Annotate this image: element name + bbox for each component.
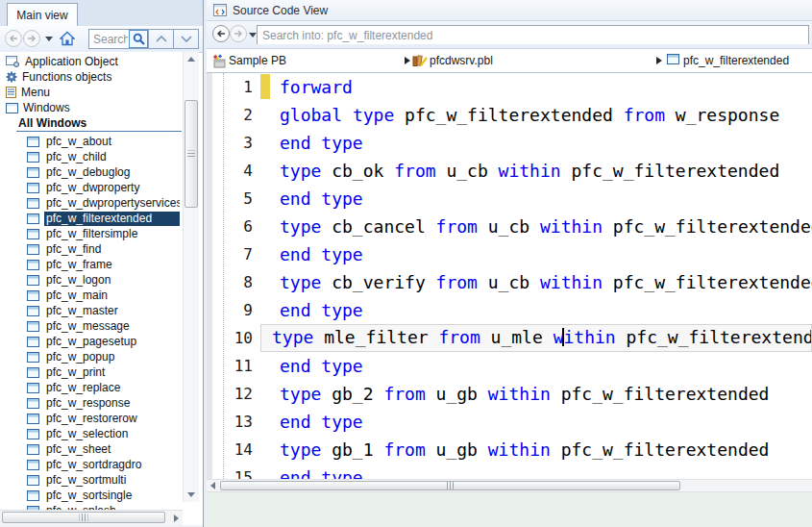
tree-hscroll-thumb[interactable] <box>2 512 165 523</box>
tree-item-label: pfc_w_popup <box>44 350 180 364</box>
code-line[interactable]: 4type cb_ok from u_cb within pfc_w_filte… <box>207 157 812 185</box>
window-icon <box>27 183 39 193</box>
marker-column <box>253 129 272 157</box>
tree-item-label: pfc_w_filterextended <box>44 212 180 226</box>
line-number: 3 <box>207 129 253 157</box>
code-line[interactable]: 2global type pfc_w_filterextended from w… <box>207 101 812 129</box>
scroll-right-button[interactable] <box>169 511 183 525</box>
history-dropdown-icon[interactable] <box>249 33 257 38</box>
marker-column <box>253 213 272 240</box>
code-line[interactable]: 3end type <box>207 129 812 157</box>
tree-item[interactable]: pfc_w_sortsingle <box>0 488 183 503</box>
code-line[interactable]: 5end type <box>207 185 812 213</box>
tree-item[interactable]: pfc_w_dwpropertyservices <box>0 195 183 211</box>
code-line[interactable]: 6type cb_cancel from u_cb within pfc_w_f… <box>207 213 812 240</box>
code-line[interactable]: 13end type <box>207 408 812 436</box>
tree-item[interactable]: pfc_w_child <box>0 149 183 164</box>
code-text: global type pfc_w_filterextended from w_… <box>280 101 812 129</box>
code-line[interactable]: 9end type <box>207 296 812 324</box>
history-dropdown-icon[interactable] <box>45 37 53 41</box>
tree-vertical-scrollbar[interactable] <box>183 52 199 502</box>
code-text: type gb_2 from u_gb within pfc_w_filtere… <box>280 380 812 408</box>
window-icon <box>27 321 39 332</box>
code-line[interactable]: 15end type <box>207 464 812 479</box>
window-icon <box>27 137 39 147</box>
tree-item[interactable]: pfc_w_logon <box>0 272 183 288</box>
code-editor[interactable]: 1forward2global type pfc_w_filterextende… <box>207 73 812 479</box>
tree-item[interactable]: pfc_w_message <box>0 318 183 334</box>
line-number: 13 <box>207 408 253 436</box>
tree-item[interactable]: pfc_w_master <box>0 303 183 318</box>
tree-item-label: Application Object <box>25 55 118 68</box>
scroll-down-button[interactable] <box>184 488 199 502</box>
find-previous-button[interactable] <box>148 30 173 48</box>
breadcrumb-item[interactable]: Sample PB <box>229 54 286 67</box>
tree-vscroll-thumb[interactable] <box>185 100 198 208</box>
gutter-separator <box>223 73 224 479</box>
code-line[interactable]: 11end type <box>207 352 812 380</box>
tree-item[interactable]: pfc_w_dwproperty <box>0 180 183 195</box>
code-line[interactable]: 10type mle_filter from u_mle within pfc_… <box>207 324 812 352</box>
menu-icon <box>6 87 16 98</box>
tree-item[interactable]: Menu <box>0 85 183 100</box>
line-number: 5 <box>207 185 253 213</box>
tree-item[interactable]: pfc_w_splash <box>0 503 183 510</box>
breadcrumb-arrow-icon[interactable] <box>656 57 662 64</box>
editor-hscroll-thumb[interactable] <box>220 481 680 490</box>
search-into-input[interactable] <box>258 27 808 44</box>
tree-item[interactable]: pfc_w_frame <box>0 257 183 272</box>
code-line[interactable]: 8type cb_verify from u_cb within pfc_w_f… <box>207 268 812 296</box>
tree-item[interactable]: pfc_w_pagesetup <box>0 334 183 349</box>
breadcrumb: Sample PBpfcdwsrv.pblpfc_w_filterextende… <box>207 49 812 73</box>
tree-item[interactable]: pfc_w_response <box>0 395 183 411</box>
tree-section-header[interactable]: All Windows <box>16 115 182 132</box>
tree-item[interactable]: Windows <box>0 100 183 115</box>
window-icon <box>27 429 39 439</box>
object-tree[interactable]: Application ObjectFunctions objectsMenuW… <box>0 52 183 510</box>
code-line[interactable]: 14type gb_1 from u_gb within pfc_w_filte… <box>207 436 812 464</box>
marker-column <box>253 296 272 324</box>
forward-button[interactable] <box>230 25 247 42</box>
back-button[interactable] <box>5 30 22 47</box>
breadcrumb-arrow-icon[interactable] <box>405 57 410 64</box>
tree-horizontal-scrollbar[interactable] <box>0 510 183 525</box>
source-view-titlebar: Source Code View <box>207 0 812 21</box>
editor-horizontal-scrollbar[interactable] <box>207 479 812 492</box>
tree-item[interactable]: pfc_w_popup <box>0 349 183 364</box>
breadcrumb-item[interactable]: pfc_w_filterextended <box>683 54 789 67</box>
tree-item[interactable]: pfc_w_print <box>0 364 183 380</box>
tree-item[interactable]: pfc_w_main <box>0 288 183 303</box>
tree-item[interactable]: pfc_w_about <box>0 134 183 149</box>
tree-item[interactable]: pfc_w_replace <box>0 380 183 395</box>
tree-item[interactable]: pfc_w_filtersimple <box>0 226 183 241</box>
tree-item[interactable]: pfc_w_find <box>0 241 183 257</box>
tree-item[interactable]: pfc_w_filterextended <box>0 211 183 226</box>
code-line[interactable]: 12type gb_2 from u_gb within pfc_w_filte… <box>207 380 812 408</box>
code-text: type cb_cancel from u_cb within pfc_w_fi… <box>280 213 812 240</box>
tree-item[interactable]: pfc_w_restorerow <box>0 411 183 426</box>
tree-item[interactable]: pfc_w_sheet <box>0 441 183 457</box>
code-line[interactable]: 7end type <box>207 240 812 268</box>
find-next-button[interactable] <box>173 30 198 48</box>
tab-main-view[interactable]: Main view <box>7 3 78 27</box>
window-icon <box>27 167 39 178</box>
search-button[interactable] <box>129 30 148 48</box>
tree-item[interactable]: pfc_w_debuglog <box>0 164 183 180</box>
tree-item[interactable]: Application Object <box>0 54 183 69</box>
scroll-left-button[interactable] <box>207 480 219 491</box>
back-button[interactable] <box>212 25 230 42</box>
code-lines: 1forward2global type pfc_w_filterextende… <box>207 73 812 479</box>
tree-item-label: pfc_w_sortsingle <box>44 489 180 503</box>
code-line[interactable]: 1forward <box>207 73 812 101</box>
functions-objects-icon <box>6 71 17 83</box>
tree-item[interactable]: Functions objects <box>0 69 183 85</box>
breadcrumb-item[interactable]: pfcdwsrv.pbl <box>430 54 493 67</box>
forward-button[interactable] <box>23 30 40 47</box>
home-button[interactable] <box>60 31 75 50</box>
tree-item[interactable]: pfc_w_selection <box>0 426 183 441</box>
tree-item[interactable]: pfc_w_sortdragdro <box>0 457 183 472</box>
window-icon <box>27 414 39 424</box>
marker-column <box>253 352 272 380</box>
scroll-up-button[interactable] <box>184 52 199 66</box>
tree-item[interactable]: pfc_w_sortmulti <box>0 472 183 488</box>
